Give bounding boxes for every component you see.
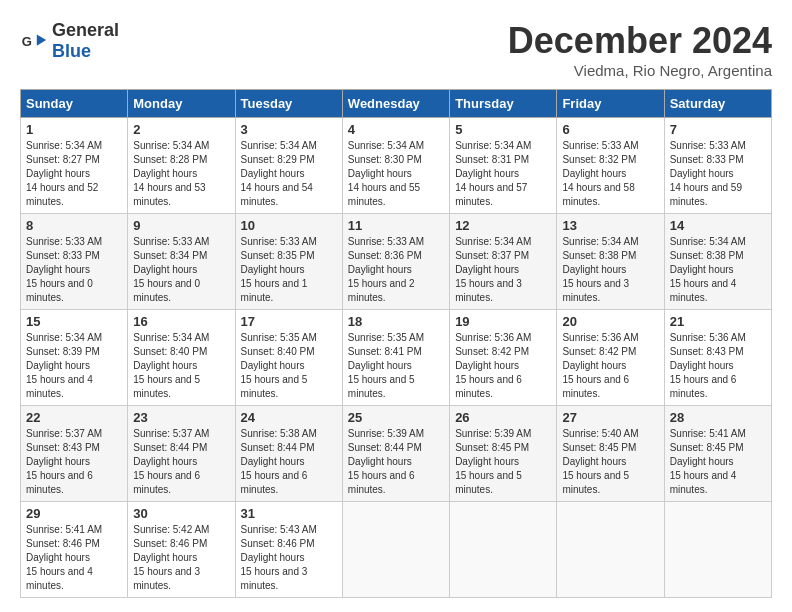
calendar-cell: 21 Sunrise: 5:36 AM Sunset: 8:43 PM Dayl…	[664, 310, 771, 406]
header-wednesday: Wednesday	[342, 90, 449, 118]
calendar-cell: 30 Sunrise: 5:42 AM Sunset: 8:46 PM Dayl…	[128, 502, 235, 598]
day-number: 11	[348, 218, 444, 233]
day-info: Sunrise: 5:34 AM Sunset: 8:39 PM Dayligh…	[26, 331, 122, 401]
week-row-2: 8 Sunrise: 5:33 AM Sunset: 8:33 PM Dayli…	[21, 214, 772, 310]
calendar-cell: 28 Sunrise: 5:41 AM Sunset: 8:45 PM Dayl…	[664, 406, 771, 502]
calendar-cell: 2 Sunrise: 5:34 AM Sunset: 8:28 PM Dayli…	[128, 118, 235, 214]
calendar-cell: 17 Sunrise: 5:35 AM Sunset: 8:40 PM Dayl…	[235, 310, 342, 406]
day-number: 24	[241, 410, 337, 425]
day-number: 23	[133, 410, 229, 425]
calendar-cell: 15 Sunrise: 5:34 AM Sunset: 8:39 PM Dayl…	[21, 310, 128, 406]
day-number: 9	[133, 218, 229, 233]
day-info: Sunrise: 5:41 AM Sunset: 8:45 PM Dayligh…	[670, 427, 766, 497]
day-info: Sunrise: 5:36 AM Sunset: 8:42 PM Dayligh…	[562, 331, 658, 401]
calendar-cell: 16 Sunrise: 5:34 AM Sunset: 8:40 PM Dayl…	[128, 310, 235, 406]
title-area: December 2024 Viedma, Rio Negro, Argenti…	[508, 20, 772, 79]
calendar-cell: 6 Sunrise: 5:33 AM Sunset: 8:32 PM Dayli…	[557, 118, 664, 214]
day-info: Sunrise: 5:43 AM Sunset: 8:46 PM Dayligh…	[241, 523, 337, 593]
day-number: 16	[133, 314, 229, 329]
day-number: 20	[562, 314, 658, 329]
calendar-cell: 5 Sunrise: 5:34 AM Sunset: 8:31 PM Dayli…	[450, 118, 557, 214]
calendar-cell: 8 Sunrise: 5:33 AM Sunset: 8:33 PM Dayli…	[21, 214, 128, 310]
day-info: Sunrise: 5:37 AM Sunset: 8:43 PM Dayligh…	[26, 427, 122, 497]
day-number: 26	[455, 410, 551, 425]
day-number: 3	[241, 122, 337, 137]
day-number: 12	[455, 218, 551, 233]
calendar-cell	[664, 502, 771, 598]
day-info: Sunrise: 5:34 AM Sunset: 8:29 PM Dayligh…	[241, 139, 337, 209]
day-info: Sunrise: 5:40 AM Sunset: 8:45 PM Dayligh…	[562, 427, 658, 497]
day-number: 1	[26, 122, 122, 137]
day-info: Sunrise: 5:38 AM Sunset: 8:44 PM Dayligh…	[241, 427, 337, 497]
day-info: Sunrise: 5:33 AM Sunset: 8:33 PM Dayligh…	[26, 235, 122, 305]
calendar-cell: 4 Sunrise: 5:34 AM Sunset: 8:30 PM Dayli…	[342, 118, 449, 214]
header-thursday: Thursday	[450, 90, 557, 118]
svg-text:G: G	[22, 34, 32, 49]
calendar-table: SundayMondayTuesdayWednesdayThursdayFrid…	[20, 89, 772, 598]
calendar-cell: 22 Sunrise: 5:37 AM Sunset: 8:43 PM Dayl…	[21, 406, 128, 502]
calendar-cell: 10 Sunrise: 5:33 AM Sunset: 8:35 PM Dayl…	[235, 214, 342, 310]
calendar-cell: 27 Sunrise: 5:40 AM Sunset: 8:45 PM Dayl…	[557, 406, 664, 502]
calendar-cell: 23 Sunrise: 5:37 AM Sunset: 8:44 PM Dayl…	[128, 406, 235, 502]
day-number: 30	[133, 506, 229, 521]
day-number: 14	[670, 218, 766, 233]
header-saturday: Saturday	[664, 90, 771, 118]
day-number: 17	[241, 314, 337, 329]
calendar-cell: 31 Sunrise: 5:43 AM Sunset: 8:46 PM Dayl…	[235, 502, 342, 598]
calendar-cell: 26 Sunrise: 5:39 AM Sunset: 8:45 PM Dayl…	[450, 406, 557, 502]
calendar-cell: 3 Sunrise: 5:34 AM Sunset: 8:29 PM Dayli…	[235, 118, 342, 214]
day-number: 6	[562, 122, 658, 137]
week-row-4: 22 Sunrise: 5:37 AM Sunset: 8:43 PM Dayl…	[21, 406, 772, 502]
day-info: Sunrise: 5:34 AM Sunset: 8:37 PM Dayligh…	[455, 235, 551, 305]
day-number: 28	[670, 410, 766, 425]
calendar-cell: 18 Sunrise: 5:35 AM Sunset: 8:41 PM Dayl…	[342, 310, 449, 406]
calendar-cell: 13 Sunrise: 5:34 AM Sunset: 8:38 PM Dayl…	[557, 214, 664, 310]
day-info: Sunrise: 5:33 AM Sunset: 8:36 PM Dayligh…	[348, 235, 444, 305]
day-number: 21	[670, 314, 766, 329]
day-info: Sunrise: 5:42 AM Sunset: 8:46 PM Dayligh…	[133, 523, 229, 593]
calendar-cell: 25 Sunrise: 5:39 AM Sunset: 8:44 PM Dayl…	[342, 406, 449, 502]
week-row-3: 15 Sunrise: 5:34 AM Sunset: 8:39 PM Dayl…	[21, 310, 772, 406]
calendar-cell: 9 Sunrise: 5:33 AM Sunset: 8:34 PM Dayli…	[128, 214, 235, 310]
logo: G General Blue	[20, 20, 119, 62]
day-number: 25	[348, 410, 444, 425]
day-number: 4	[348, 122, 444, 137]
day-info: Sunrise: 5:36 AM Sunset: 8:42 PM Dayligh…	[455, 331, 551, 401]
day-info: Sunrise: 5:34 AM Sunset: 8:27 PM Dayligh…	[26, 139, 122, 209]
page-header: G General Blue December 2024 Viedma, Rio…	[20, 20, 772, 79]
day-number: 2	[133, 122, 229, 137]
day-number: 22	[26, 410, 122, 425]
calendar-cell: 7 Sunrise: 5:33 AM Sunset: 8:33 PM Dayli…	[664, 118, 771, 214]
logo-blue: Blue	[52, 41, 91, 61]
logo-general: General	[52, 20, 119, 40]
header-monday: Monday	[128, 90, 235, 118]
day-info: Sunrise: 5:33 AM Sunset: 8:35 PM Dayligh…	[241, 235, 337, 305]
day-info: Sunrise: 5:34 AM Sunset: 8:38 PM Dayligh…	[562, 235, 658, 305]
month-title: December 2024	[508, 20, 772, 62]
calendar-cell: 19 Sunrise: 5:36 AM Sunset: 8:42 PM Dayl…	[450, 310, 557, 406]
day-info: Sunrise: 5:34 AM Sunset: 8:31 PM Dayligh…	[455, 139, 551, 209]
day-info: Sunrise: 5:35 AM Sunset: 8:41 PM Dayligh…	[348, 331, 444, 401]
day-info: Sunrise: 5:34 AM Sunset: 8:28 PM Dayligh…	[133, 139, 229, 209]
day-info: Sunrise: 5:33 AM Sunset: 8:33 PM Dayligh…	[670, 139, 766, 209]
day-number: 31	[241, 506, 337, 521]
header-sunday: Sunday	[21, 90, 128, 118]
header-row: SundayMondayTuesdayWednesdayThursdayFrid…	[21, 90, 772, 118]
calendar-cell: 24 Sunrise: 5:38 AM Sunset: 8:44 PM Dayl…	[235, 406, 342, 502]
calendar-cell: 20 Sunrise: 5:36 AM Sunset: 8:42 PM Dayl…	[557, 310, 664, 406]
day-number: 10	[241, 218, 337, 233]
day-number: 27	[562, 410, 658, 425]
day-info: Sunrise: 5:33 AM Sunset: 8:32 PM Dayligh…	[562, 139, 658, 209]
svg-marker-1	[37, 34, 46, 45]
calendar-cell: 1 Sunrise: 5:34 AM Sunset: 8:27 PM Dayli…	[21, 118, 128, 214]
day-info: Sunrise: 5:37 AM Sunset: 8:44 PM Dayligh…	[133, 427, 229, 497]
day-number: 5	[455, 122, 551, 137]
week-row-1: 1 Sunrise: 5:34 AM Sunset: 8:27 PM Dayli…	[21, 118, 772, 214]
calendar-cell: 29 Sunrise: 5:41 AM Sunset: 8:46 PM Dayl…	[21, 502, 128, 598]
day-info: Sunrise: 5:39 AM Sunset: 8:44 PM Dayligh…	[348, 427, 444, 497]
day-info: Sunrise: 5:34 AM Sunset: 8:40 PM Dayligh…	[133, 331, 229, 401]
day-info: Sunrise: 5:41 AM Sunset: 8:46 PM Dayligh…	[26, 523, 122, 593]
day-number: 8	[26, 218, 122, 233]
day-info: Sunrise: 5:34 AM Sunset: 8:38 PM Dayligh…	[670, 235, 766, 305]
day-number: 13	[562, 218, 658, 233]
